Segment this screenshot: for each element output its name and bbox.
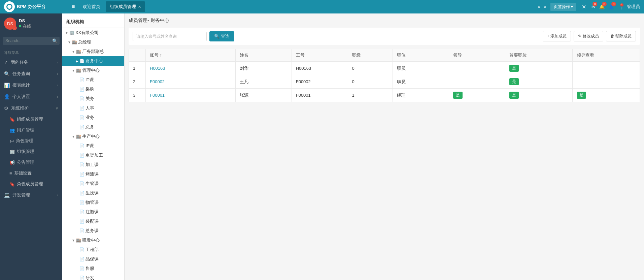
tree-node-biz[interactable]: ▶ 📄 业务 [62, 113, 124, 122]
person-icon: 👤 [4, 94, 10, 99]
table-row[interactable]: 3 F00001 张源 F00001 1 经理 是 是 是 [129, 89, 640, 102]
pin-right-button[interactable]: » [544, 4, 546, 9]
tree-node-company[interactable]: ▼ 🏢 XX有限公司 [62, 28, 124, 37]
table-row[interactable]: 1 H00163 刘华 H00163 0 职员 是 [129, 62, 640, 75]
sidebar-item-user-mgmt[interactable]: 👥 用户管理 [0, 125, 62, 135]
sub-icon: 📢 [9, 160, 15, 165]
dept-icon: 🏬 [76, 134, 81, 139]
query-button[interactable]: 🔍 查询 [209, 31, 234, 41]
hamburger-button[interactable]: ≡ [69, 2, 77, 11]
tree-node-label: 业务 [86, 115, 94, 121]
tree-node-rd-center[interactable]: ▼ 🏬 研发中心 [62, 236, 124, 245]
sidebar-item-basic-settings[interactable]: ≡ 基础设置 [0, 168, 62, 179]
mail-button[interactable]: ✉ 0 [591, 4, 595, 10]
tree-node-plastic[interactable]: ▶ 📄 注塑课 [62, 207, 124, 217]
user-info[interactable]: 📍 管理员 [618, 3, 640, 10]
search-icon[interactable]: 🔍 [52, 38, 58, 43]
file-icon: 📄 [79, 219, 84, 224]
tree-node-label: 生技课 [86, 190, 99, 196]
search-input[interactable] [3, 37, 60, 45]
expand-icon: ▼ [72, 50, 75, 54]
sub-icon: ≡ [9, 171, 12, 176]
tree-node-service[interactable]: ▶ 📄 售服 [62, 264, 124, 273]
tree-node-label: 厂务部副总 [82, 49, 104, 55]
cell-num: 2 [129, 75, 146, 89]
sidebar-item-personal[interactable]: 👤 个人设置 › [0, 91, 62, 102]
tree-node-material[interactable]: ▶ 📄 物管课 [62, 198, 124, 207]
table-row[interactable]: 2 F00002 王凡 F00002 0 职员 是 [129, 75, 640, 89]
sidebar-item-role-member[interactable]: 🔖 角色成员管理 [0, 179, 62, 189]
sub-icon: 🔖 [9, 117, 15, 122]
tree-node-label: 烤漆课 [86, 171, 99, 177]
col-header-leader: 领导 [449, 49, 505, 62]
building-icon: 🏢 [69, 30, 74, 35]
remove-member-button[interactable]: 🗑 移除成员 [606, 31, 636, 41]
tree-node-purchase[interactable]: ▶ 📄 采购 [62, 85, 124, 94]
tree-node-it[interactable]: ▶ 📄 IT课 [62, 75, 124, 85]
tree-node-ga-dept[interactable]: ▶ 📄 总务课 [62, 226, 124, 236]
location-icon: 📍 [618, 3, 625, 10]
tab-welcome[interactable]: 欢迎首页 [79, 1, 104, 12]
sub-icon: 🔖 [9, 182, 15, 187]
tab-org-member[interactable]: 组织成员管理 ✕ [106, 1, 145, 12]
tree-node-label: 售服 [86, 266, 94, 272]
tree-node-production[interactable]: ▼ 🏬 生产中心 [62, 132, 124, 141]
sidebar-item-reports[interactable]: 📊 报表统计 › [0, 80, 62, 91]
tree-node-general-affairs[interactable]: ▶ 📄 总务 [62, 122, 124, 132]
cell-leader: 是 [449, 89, 505, 102]
cell-name: 张源 [235, 89, 292, 102]
sidebar-item-dev-mgmt[interactable]: 💻 开发管理 › [0, 189, 62, 201]
tree-node-gm[interactable]: ▼ 🏬 总经理 [62, 37, 124, 47]
sidebar-item-org-member[interactable]: 🔖 组织成员管理 [0, 114, 62, 125]
nav-section-label: 导航菜单 [0, 48, 62, 57]
edit-member-button[interactable]: ✎ 修改成员 [574, 31, 603, 41]
file-icon: 📄 [79, 153, 84, 158]
user-badge: 0 [611, 2, 616, 6]
tree-node-prod-mgmt[interactable]: ▶ 📄 生管课 [62, 179, 124, 188]
add-member-button[interactable]: + 添加成员 [543, 31, 571, 41]
file-icon: 📄 [79, 181, 84, 186]
file-icon: 📄 [79, 59, 84, 63]
pin-left-button[interactable]: « [538, 4, 540, 9]
tree-node-hr[interactable]: ▶ 📄 人事 [62, 103, 124, 113]
sidebar-item-role-mgmt[interactable]: 🏷 角色管理 [0, 135, 62, 146]
org-tree-panel: 组织机构 ▼ 🏢 XX有限公司 ▼ 🏬 总经理 ▼ 🏬 厂务部副总 ▶ [62, 13, 125, 280]
tree-node-label: 工程部 [86, 247, 99, 253]
file-icon: 📄 [79, 276, 84, 280]
col-header-leader-view: 领导查看 [572, 49, 640, 62]
user-button[interactable]: 👤 0 [609, 4, 614, 10]
dev-icon: 💻 [4, 192, 10, 198]
member-search-input[interactable] [133, 32, 207, 41]
cell-level: 1 [348, 89, 393, 102]
tree-node-prod-tech[interactable]: ▶ 📄 生技课 [62, 188, 124, 198]
sidebar-item-org-mgmt[interactable]: 🏢 组织管理 [0, 146, 62, 157]
tree-node-ie[interactable]: ▶ 📄 IE课 [62, 141, 124, 151]
tree-node-mgmt-center[interactable]: ▼ 🏬 管理中心 [62, 66, 124, 75]
tree-node-machining[interactable]: ▶ 📄 加工课 [62, 160, 124, 169]
tree-node-customs[interactable]: ▶ 📄 关务 [62, 94, 124, 103]
sidebar-item-my-tasks[interactable]: ✓ 我的任务 › [0, 57, 62, 68]
tree-node-assembly[interactable]: ▶ 📄 裝配课 [62, 217, 124, 226]
tree-node-factory-vp[interactable]: ▼ 🏬 厂务部副总 [62, 47, 124, 56]
tree-node-rd[interactable]: ▶ 📄 研发 [62, 273, 124, 280]
sidebar-item-notice-mgmt[interactable]: 📢 公告管理 [0, 157, 62, 168]
cell-empno: F00001 [292, 89, 348, 102]
tree-node-finance[interactable]: ▶ 📄 财务中心 [62, 56, 124, 66]
tree-node-label: 品保课 [86, 256, 99, 262]
org-tree-title: 组织机构 [62, 16, 124, 28]
bell-button[interactable]: 🔔 0 [599, 4, 605, 10]
tree-node-engineering[interactable]: ▶ 📄 工程部 [62, 245, 124, 254]
tree-node-paint[interactable]: ▶ 📄 烤漆课 [62, 169, 124, 179]
tree-node-label: 物管课 [86, 199, 99, 206]
close-tab-icon[interactable]: ✕ [138, 5, 141, 9]
expand-icon: ▼ [72, 135, 75, 138]
chevron-icon: › [57, 72, 58, 76]
col-header-account[interactable]: 账号 ↑ [146, 49, 236, 62]
sidebar-item-sys-maint[interactable]: ⚙ 系统维护 ∨ [0, 102, 62, 114]
tab-ops-button[interactable]: 页签操作 ▾ [550, 3, 576, 11]
close-page-button[interactable]: ✕ [580, 4, 587, 10]
chevron-icon: › [57, 95, 58, 99]
tree-node-quality[interactable]: ▶ 📄 品保课 [62, 254, 124, 264]
tree-node-frame[interactable]: ▶ 📄 車架加工 [62, 151, 124, 160]
sidebar-item-task-query[interactable]: 🔍 任务查询 › [0, 68, 62, 80]
